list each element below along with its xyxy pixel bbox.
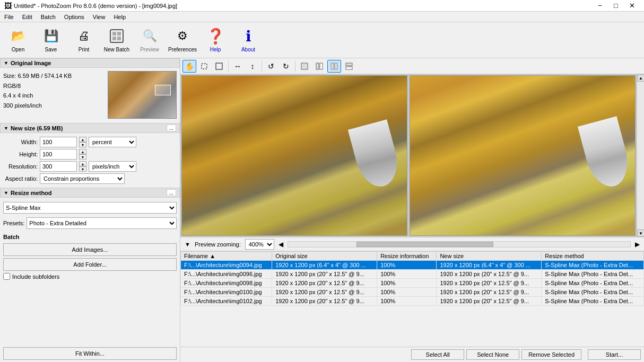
aspect-ratio-select[interactable]: Constrain proportions Stretch Crop <box>40 173 125 184</box>
preview-icon: 🔍 <box>141 28 158 45</box>
presets-select[interactable]: Photo - Extra Detailed Photo - Detailed … <box>27 217 177 229</box>
original-image-content: Size: 6.59 MB / 574.14 KB RGB/8 6.4 x 4 … <box>0 68 180 122</box>
add-images-button[interactable]: Add Images... <box>3 243 177 256</box>
toolbar-sep-2 <box>262 61 262 72</box>
table-row[interactable]: F:\...\Architecture\img0094.jpg1920 x 12… <box>181 261 644 270</box>
svg-rect-0 <box>110 30 123 42</box>
fit-within-button[interactable]: Fit Within... <box>3 347 177 360</box>
scroll-left-arrow-button[interactable]: ◀ <box>279 241 283 248</box>
preview-button[interactable]: 🔍 Preview <box>134 25 166 56</box>
new-batch-button[interactable]: New Batch <box>101 25 133 56</box>
col-filename[interactable]: Filename ▲ <box>181 252 272 261</box>
table-row[interactable]: F:\...\Architecture\img0096.jpg1920 x 12… <box>181 270 644 279</box>
new-size-settings-btn[interactable]: ... <box>167 125 176 131</box>
about-button[interactable]: ℹ About <box>232 25 264 56</box>
scroll-thumb-horizontal <box>356 242 493 247</box>
col-resize-info[interactable]: Resize information <box>377 252 437 261</box>
orig-title: Original Image <box>11 60 51 66</box>
table-row[interactable]: F:\...\Architecture\img0100.jpg1920 x 12… <box>181 288 644 297</box>
zoom-rect-button[interactable] <box>212 60 226 73</box>
add-folder-button[interactable]: Add Folder... <box>3 258 177 271</box>
preview-zoom-select[interactable]: 100% 200% 400% 800% Fit <box>245 239 274 250</box>
include-subfolders-label[interactable]: Include subfolders <box>12 273 59 280</box>
flip-v-button[interactable]: ↕ <box>246 60 259 73</box>
help-icon: ❓ <box>207 28 224 45</box>
col-new-size[interactable]: New size <box>437 252 542 261</box>
batch-table: Filename ▲ Original size Resize informat… <box>180 251 644 306</box>
open-button[interactable]: 📂 Open <box>2 25 34 56</box>
table-cell-new_size: 1920 x 1200 px (20" x 12.5" @ 9... <box>437 288 542 297</box>
table-row[interactable]: F:\...\Architecture\img0102.jpg1920 x 12… <box>181 297 644 306</box>
split-h-button[interactable] <box>327 60 341 73</box>
rotate-ccw-button[interactable]: ↺ <box>264 60 278 73</box>
save-button[interactable]: 💾 Save <box>35 25 67 56</box>
preview-scrollbar[interactable]: ▲ ▼ <box>637 74 644 237</box>
table-cell-filename: F:\...\Architecture\img0098.jpg <box>181 279 272 288</box>
svg-rect-10 <box>331 63 334 69</box>
table-cell-resize_info: 100% <box>377 261 437 270</box>
width-spin-down[interactable]: ▼ <box>79 142 86 147</box>
height-input[interactable] <box>40 149 77 160</box>
flip-h-button[interactable]: ↔ <box>231 60 245 73</box>
height-row: Height: ▲ ▼ <box>3 149 177 160</box>
about-icon: ℹ <box>240 28 257 45</box>
pan-tool-button[interactable]: ✋ <box>182 60 196 73</box>
col-resize-method[interactable]: Resize method <box>542 252 644 261</box>
include-subfolders-checkbox[interactable] <box>3 273 10 280</box>
height-spin-down[interactable]: ▼ <box>79 154 86 160</box>
remove-selected-button[interactable]: Remove Selected <box>521 349 581 360</box>
select-none-button[interactable]: Select None <box>466 349 519 360</box>
scroll-up-arrow[interactable]: ▲ <box>637 74 644 82</box>
col-original-size[interactable]: Original size <box>272 252 377 261</box>
start-button[interactable]: Start... <box>588 349 641 360</box>
app-icon: 🖼 <box>4 2 12 10</box>
split-single-button[interactable] <box>298 60 311 73</box>
menu-batch[interactable]: Batch <box>37 13 60 21</box>
scroll-right-arrow-button[interactable]: ▶ <box>635 241 640 248</box>
help-button[interactable]: ❓ Help <box>199 25 231 56</box>
menu-options[interactable]: Options <box>60 13 89 21</box>
original-image-header[interactable]: ▼ Original Image <box>0 58 180 68</box>
table-cell-new_size: 1920 x 1200 px (20" x 12.5" @ 9... <box>437 297 542 306</box>
table-row[interactable]: F:\...\Architecture\img0098.jpg1920 x 12… <box>181 279 644 288</box>
close-button[interactable]: ✕ <box>624 0 640 12</box>
height-spin-up[interactable]: ▲ <box>79 149 86 154</box>
split-v-button[interactable] <box>312 60 326 73</box>
resolution-spin-up[interactable]: ▲ <box>79 161 86 166</box>
batch-table-body: F:\...\Architecture\img0094.jpg1920 x 12… <box>181 261 644 306</box>
scroll-down-arrow[interactable]: ▼ <box>637 229 644 237</box>
menu-edit[interactable]: Edit <box>18 13 37 21</box>
window-controls: − □ ✕ <box>592 0 640 12</box>
resize-method-header[interactable]: ▼ Resize method ... <box>0 188 180 198</box>
about-label: About <box>241 47 255 52</box>
menubar: File Edit Batch Options View Help <box>0 12 644 22</box>
print-button[interactable]: 🖨 Print <box>68 25 100 56</box>
preferences-button[interactable]: ⚙ Preferences <box>167 25 198 56</box>
scroll-track[interactable] <box>637 82 644 229</box>
select-all-button[interactable]: Select All <box>411 349 464 360</box>
rotate-cw-button[interactable]: ↻ <box>279 60 293 73</box>
resize-method-settings-btn[interactable]: ... <box>167 189 176 196</box>
new-size-header[interactable]: ▼ New size (6.59 MB) ... <box>0 123 180 133</box>
resolution-spinner: ▲ ▼ <box>79 161 86 172</box>
split-full-button[interactable] <box>342 60 356 73</box>
resolution-spin-down[interactable]: ▼ <box>79 166 86 172</box>
svg-rect-4 <box>117 37 121 40</box>
main-area: ▼ Original Image Size: 6.59 MB / 574.14 … <box>0 58 644 362</box>
width-input[interactable] <box>40 137 77 147</box>
menu-help[interactable]: Help <box>109 13 130 21</box>
preview-scrollbar-horizontal[interactable] <box>288 241 631 248</box>
menu-view[interactable]: View <box>89 13 110 21</box>
svg-rect-5 <box>202 64 207 69</box>
width-unit-select[interactable]: percent pixels inches cm mm <box>89 137 136 147</box>
minimize-button[interactable]: − <box>592 0 608 12</box>
maximize-button[interactable]: □ <box>608 0 624 12</box>
resolution-input[interactable] <box>40 161 77 172</box>
menu-file[interactable]: File <box>0 13 18 21</box>
batch-table-container[interactable]: Filename ▲ Original size Resize informat… <box>180 251 644 347</box>
resize-method-select[interactable]: S-Spline Max S-Spline XL Bicubic <box>3 202 177 214</box>
select-tool-button[interactable] <box>197 60 211 73</box>
save-label: Save <box>45 47 57 52</box>
width-spin-up[interactable]: ▲ <box>79 137 86 142</box>
resolution-unit-select[interactable]: pixels/inch pixels/cm <box>89 161 136 172</box>
